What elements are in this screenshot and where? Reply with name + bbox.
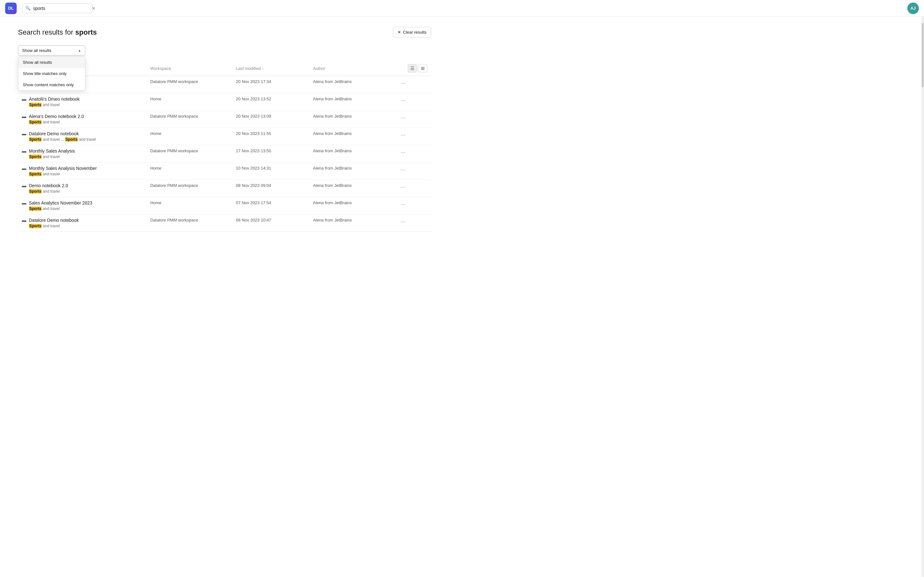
result-name-link[interactable]: ▬ Monthly Sales Analysis November	[22, 166, 142, 171]
sort-arrow-icon: ↓	[262, 66, 264, 70]
filter-option-all[interactable]: Show all results	[18, 57, 85, 68]
notebook-icon: ▬	[22, 131, 26, 136]
result-more-cell: ···	[395, 197, 431, 214]
result-author: Alena from JetBrains	[309, 93, 395, 111]
result-name-link[interactable]: ▬ Anatolii's Dmeo notebook	[22, 97, 142, 102]
snippet-text: and travel	[78, 137, 96, 142]
more-options-button[interactable]: ···	[399, 79, 407, 87]
result-name-cell: ▬ Monthly Sales Analysis Sports and trav…	[18, 145, 146, 163]
result-snippet: Sports and travel	[22, 172, 142, 176]
result-workspace: Home	[146, 93, 232, 111]
result-author: Alena from JetBrains	[309, 145, 395, 163]
highlight-text: Sports	[29, 137, 42, 142]
filter-dropdown-menu: Show all results Show title matches only…	[18, 56, 86, 91]
results-tbody: ▬ Anatolii's Dmeo notebook Sports and tr…	[18, 76, 431, 232]
table-row: ▬ Demo notebook 2.0 Sports and travel Da…	[18, 180, 431, 197]
snippet-text: and travel	[42, 155, 60, 159]
page-title: Search results for sports	[18, 28, 97, 37]
snippet-text: and travel	[42, 120, 60, 124]
filter-option-title[interactable]: Show title matches only	[18, 68, 85, 79]
result-date: 20 Nov 2023 17:34	[232, 76, 309, 93]
result-name-cell: ▬ Sales Analytics November 2023 Sports a…	[18, 197, 146, 214]
th-last-modified[interactable]: Last modified ↓	[232, 61, 309, 76]
grid-view-button[interactable]: ⊞	[418, 64, 427, 73]
more-options-button[interactable]: ···	[399, 148, 407, 156]
result-author: Alena from JetBrains	[309, 197, 395, 214]
result-title: Monthly Sales Analysis	[29, 148, 75, 153]
more-options-button[interactable]: ···	[399, 218, 407, 226]
app-logo[interactable]: DL	[5, 3, 17, 14]
result-title: Anatolii's Dmeo notebook	[29, 97, 79, 102]
result-date: 20 Nov 2023 11:55	[232, 128, 309, 145]
top-nav: DL 🔍 ✕ AJ	[0, 0, 924, 17]
table-row: ▬ Datalore Demo notebook Sports and trav…	[18, 214, 431, 232]
result-more-cell: ···	[395, 163, 431, 180]
result-name-cell: ▬ Monthly Sales Analysis November Sports…	[18, 163, 146, 180]
th-view-toggle: ☰ ⊞	[395, 61, 431, 76]
result-snippet: Sports and travel ... Sports and travel	[22, 137, 142, 142]
snippet-text: and travel	[42, 206, 60, 211]
list-view-button[interactable]: ☰	[408, 64, 417, 73]
result-workspace: Home	[146, 197, 232, 214]
highlight-text: Sports	[29, 155, 42, 159]
result-workspace: Home	[146, 163, 232, 180]
more-options-button[interactable]: ···	[399, 114, 407, 122]
snippet-text: and travel	[42, 172, 60, 176]
th-workspace: Workspace	[146, 61, 232, 76]
result-snippet: Sports and travel	[22, 206, 142, 211]
avatar[interactable]: AJ	[907, 3, 919, 14]
more-options-button[interactable]: ···	[399, 166, 407, 174]
more-options-button[interactable]: ···	[399, 131, 407, 139]
filter-section: Show all results ▲ Show all results Show…	[18, 45, 431, 56]
result-author: Alena from JetBrains	[309, 76, 395, 93]
result-name-link[interactable]: ▬ Alena's Demo notebook 2.0	[22, 114, 142, 119]
result-name-link[interactable]: ▬ Monthly Sales Analysis	[22, 148, 142, 153]
search-input[interactable]	[33, 6, 89, 11]
avatar-initials: AJ	[911, 6, 916, 11]
result-date: 06 Nov 2023 10:47	[232, 214, 309, 232]
snippet-text: and travel	[42, 224, 60, 228]
main-content: Search results for sports ✕ Clear result…	[0, 17, 449, 242]
result-more-cell: ···	[395, 214, 431, 232]
result-name-link[interactable]: ▬ Demo notebook 2.0	[22, 183, 142, 188]
result-author: Alena from JetBrains	[309, 180, 395, 197]
highlight-text: Sports	[29, 172, 42, 176]
table-row: ▬ Alena's Demo notebook 2.0 Sports and t…	[18, 111, 431, 128]
result-date: 10 Nov 2023 14:31	[232, 163, 309, 180]
result-more-cell: ···	[395, 145, 431, 163]
result-name-cell: ▬ Datalore Demo notebook Sports and trav…	[18, 128, 146, 145]
notebook-icon: ▬	[22, 218, 26, 223]
result-snippet: Sports and travel	[22, 155, 142, 159]
result-name-link[interactable]: ▬ Datalore Demo notebook	[22, 218, 142, 223]
result-name-link[interactable]: ▬ Datalore Demo notebook	[22, 131, 142, 136]
clear-search-button[interactable]: ✕	[92, 6, 95, 11]
scrollbar[interactable]	[921, 17, 924, 577]
filter-dropdown-button[interactable]: Show all results ▲	[18, 45, 86, 56]
snippet-text: and travel ...	[42, 137, 65, 142]
table-row: ▬ Monthly Sales Analysis November Sports…	[18, 163, 431, 180]
notebook-icon: ▬	[22, 166, 26, 171]
filter-option-content[interactable]: Show content matches only	[18, 79, 85, 90]
highlight-text: Sports	[29, 103, 42, 107]
notebook-icon: ▬	[22, 200, 26, 205]
highlight-text: Sports	[29, 189, 42, 193]
filter-selected-label: Show all results	[22, 48, 51, 53]
result-name-cell: ▬ Demo notebook 2.0 Sports and travel	[18, 180, 146, 197]
result-name-link[interactable]: ▬ Sales Analytics November 2023	[22, 200, 142, 205]
search-icon: 🔍	[25, 6, 31, 11]
more-options-button[interactable]: ···	[399, 97, 407, 105]
more-options-button[interactable]: ···	[399, 200, 407, 208]
result-workspace: Datalore PMM workspace	[146, 145, 232, 163]
chevron-up-icon: ▲	[78, 49, 81, 52]
clear-results-button[interactable]: ✕ Clear results	[393, 27, 431, 37]
result-author: Alena from JetBrains	[309, 128, 395, 145]
highlight-text: Sports	[29, 206, 42, 211]
notebook-icon: ▬	[22, 148, 26, 153]
clear-results-label: Clear results	[403, 30, 426, 35]
result-title: Monthly Sales Analysis November	[29, 166, 97, 171]
highlight-text: Sports	[29, 224, 42, 228]
result-date: 20 Nov 2023 13:09	[232, 111, 309, 128]
result-more-cell: ···	[395, 128, 431, 145]
result-date: 17 Nov 2023 13:50	[232, 145, 309, 163]
more-options-button[interactable]: ···	[399, 183, 407, 191]
